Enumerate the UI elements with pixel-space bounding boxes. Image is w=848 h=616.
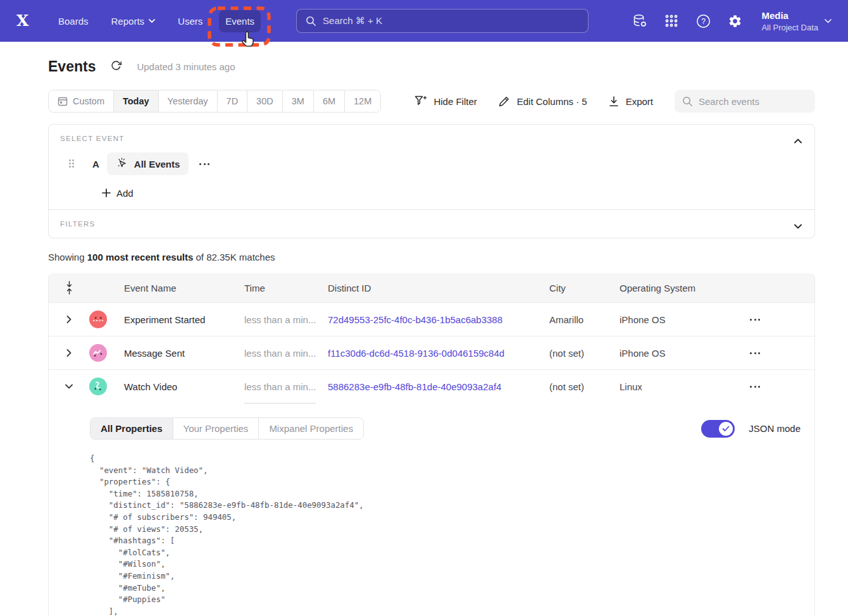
cell-time: less than a min... [244,314,328,325]
nav-events[interactable]: Events [219,10,261,32]
cell-event-name: Watch Video [108,381,244,392]
range-yesterday[interactable]: Yesterday [159,90,218,112]
event-avatar [89,311,107,328]
search-icon [306,16,316,27]
range-custom[interactable]: Custom [49,90,114,112]
cell-os: iPhone OS [620,314,745,325]
sort-icon[interactable] [66,281,72,295]
svg-text:X: X [16,12,29,30]
events-table: Event Name Time Distinct ID City Operati… [48,273,815,616]
tab-mixpanel-properties[interactable]: Mixpanel Properties [259,418,363,439]
refresh-icon[interactable] [111,60,122,74]
expand-row-icon[interactable] [49,349,89,357]
col-time[interactable]: Time [244,283,328,293]
row-more-icon[interactable] [750,319,760,321]
expand-filters-icon[interactable] [794,220,802,231]
mixpanel-logo[interactable]: X [16,12,32,30]
cell-event-name: Message Sent [108,348,244,359]
search-events-placeholder: Search events [699,96,759,107]
event-json-view: { "event": "Watch Video", "properties": … [90,453,801,616]
event-avatar [89,344,107,362]
calendar-icon [58,96,68,106]
apps-grid-icon[interactable] [664,13,679,28]
search-icon [682,96,693,107]
collapse-section-icon[interactable] [794,135,802,146]
plus-icon [102,188,111,197]
cell-distinct-id-link[interactable]: f11c30d6-dc6d-4518-9136-0d046159c84d [328,348,549,359]
cell-os: iPhone OS [620,348,745,359]
cell-distinct-id-link[interactable]: 72d49553-25fc-4f0c-b436-1b5ac6ab3388 [328,314,549,325]
nav-users[interactable]: Users [171,10,209,32]
date-range-picker: Custom Today Yesterday 7D 30D 3M 6M 12M [48,90,381,113]
table-row[interactable]: Message Sent less than a min... f11c30d6… [49,336,814,369]
hand-cursor-icon [240,31,257,51]
event-sparkle-icon [116,157,128,170]
range-12m[interactable]: 12M [345,90,380,112]
settings-gear-icon[interactable] [727,13,742,28]
event-detail-panel: All Properties Your Properties Mixpanel … [49,403,814,616]
event-selector-label: All Events [134,159,180,169]
cell-city: Amarillo [549,314,620,325]
collapse-row-icon[interactable] [49,384,89,389]
chevron-down-icon [825,19,832,23]
filter-icon [415,95,427,107]
primary-nav: Boards Reports Users Events [47,10,266,32]
export-button[interactable]: Export [609,96,653,107]
nav-reports[interactable]: Reports [105,10,162,32]
table-row[interactable]: Experiment Started less than a min... 72… [49,302,814,336]
help-icon[interactable]: ? [695,13,711,28]
cell-city: (not set) [549,381,620,392]
table-row-expanded[interactable]: Watch Video less than a min... 5886283e-… [49,369,814,403]
json-mode-toggle[interactable] [701,420,735,438]
project-name: Media [761,9,818,22]
table-header: Event Name Time Distinct ID City Operati… [49,273,814,302]
project-switcher[interactable]: Media All Project Data [761,9,832,33]
row-more-icon[interactable] [750,352,760,354]
data-management-icon[interactable] [632,13,647,28]
event-selector-chip[interactable]: All Events [107,152,189,175]
drag-handle-icon[interactable] [69,159,76,169]
cell-city: (not set) [549,348,620,359]
col-distinct-id[interactable]: Distinct ID [328,283,549,293]
hide-filter-button[interactable]: Hide Filter [415,95,477,107]
cell-distinct-id-link[interactable]: 5886283e-e9fb-48fb-81de-40e9093a2af4 [328,381,549,392]
project-scope: All Project Data [761,22,818,33]
range-today[interactable]: Today [114,90,159,112]
range-6m[interactable]: 6M [314,90,345,112]
add-event-button[interactable]: Add [102,184,803,202]
clause-more-icon[interactable] [199,163,209,165]
pencil-icon [499,95,510,107]
global-search-input[interactable]: Search ⌘ + K [296,9,589,33]
last-updated-text: Updated 3 minutes ago [137,61,235,72]
chevron-down-icon [149,19,155,23]
tab-all-properties[interactable]: All Properties [90,418,173,439]
tab-your-properties[interactable]: Your Properties [173,418,259,439]
event-avatar [89,378,107,395]
nav-boards-label: Boards [58,16,89,27]
top-navbar: X Boards Reports Users Events Search ⌘ +… [0,0,848,42]
range-7d[interactable]: 7D [218,90,248,112]
range-30d[interactable]: 30D [247,90,283,112]
page-title: Events [48,58,96,75]
filters-label: FILTERS [60,220,803,228]
edit-columns-button[interactable]: Edit Columns · 5 [499,95,587,107]
nav-events-label: Events [225,16,254,27]
global-search-placeholder: Search ⌘ + K [323,15,382,27]
download-icon [609,96,619,107]
range-3m[interactable]: 3M [283,90,314,112]
results-summary: Showing 100 most recent results of 82.35… [48,252,815,262]
nav-boards[interactable]: Boards [52,10,95,32]
properties-tabs: All Properties Your Properties Mixpanel … [90,417,364,440]
col-city[interactable]: City [549,283,620,293]
col-event-name[interactable]: Event Name [108,283,244,293]
expand-row-icon[interactable] [49,316,89,323]
row-more-icon[interactable] [750,386,760,388]
clause-letter: A [92,159,99,169]
check-icon [722,426,730,432]
col-operating-system[interactable]: Operating System [620,283,745,293]
search-events-input[interactable]: Search events [675,90,815,113]
svg-text:?: ? [701,17,706,26]
json-mode-label: JSON mode [749,423,801,434]
range-custom-label: Custom [73,90,104,112]
nav-reports-label: Reports [111,16,145,27]
